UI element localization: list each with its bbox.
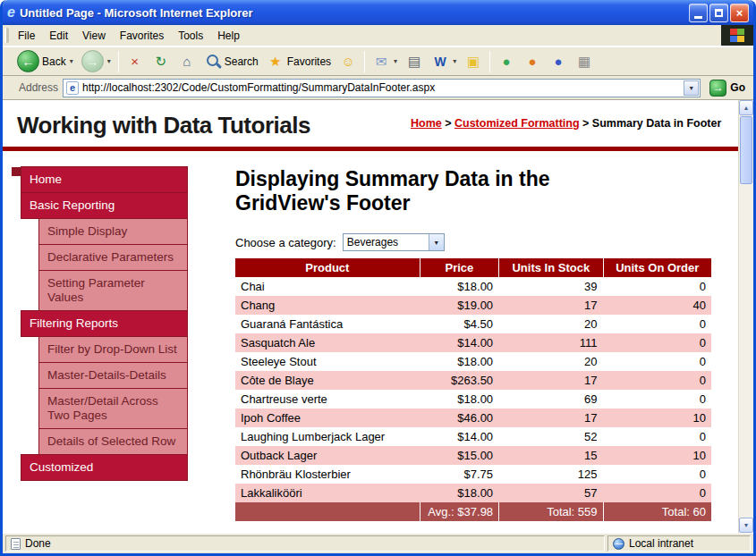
- sidebar-item-master-details-details[interactable]: Master-Details-Details: [38, 362, 188, 389]
- browser-content: Working with Data Tutorials Home > Custo…: [3, 100, 753, 533]
- sidebar-item-customized[interactable]: Customized: [21, 454, 188, 481]
- menu-view[interactable]: View: [75, 26, 113, 46]
- cell-value: 0: [603, 427, 711, 446]
- quick-launch-button[interactable]: ▦: [572, 50, 597, 73]
- sidebar-item-filter-by-drop-down-list[interactable]: Filter by Drop-Down List: [38, 336, 188, 363]
- cell-product: Sasquatch Ale: [235, 333, 420, 352]
- vertical-scrollbar[interactable]: ▲ ▼: [738, 100, 753, 533]
- forward-icon: →: [81, 50, 104, 72]
- cell-value: 15: [498, 446, 602, 465]
- cell-value: 52: [498, 427, 602, 446]
- address-input[interactable]: e http://localhost:2302/Code/CustomForma…: [63, 79, 701, 97]
- table-row: Chartreuse verte$18.00690: [235, 390, 711, 409]
- cell-product: Chang: [235, 296, 420, 315]
- mail-button[interactable]: ✉▾: [369, 50, 401, 73]
- cell-value: 0: [603, 371, 711, 390]
- scroll-up-button[interactable]: ▲: [739, 100, 753, 115]
- discuss-button[interactable]: ▣: [461, 50, 486, 73]
- cell-value: $18.00: [420, 484, 498, 502]
- menu-help[interactable]: Help: [210, 26, 247, 46]
- table-row: Côte de Blaye$263.50170: [235, 371, 711, 390]
- category-select[interactable]: Beverages ▼: [343, 233, 445, 251]
- minimize-button[interactable]: [689, 4, 708, 22]
- sidebar-item-home[interactable]: Home: [21, 166, 188, 193]
- cell-value: 0: [603, 465, 711, 484]
- scrollbar-track[interactable]: [739, 185, 753, 518]
- status-bar: Done Local intranet: [3, 533, 753, 553]
- sidebar-item-simple-display[interactable]: Simple Display: [38, 218, 188, 245]
- research-icon: ●: [523, 52, 541, 72]
- sidebar-item-details-of-selected-row[interactable]: Details of Selected Row: [38, 428, 188, 455]
- select-dropdown-icon: ▼: [429, 234, 444, 250]
- windows-logo-icon: [721, 25, 753, 46]
- table-row: Laughing Lumberjack Lager$14.00520: [235, 427, 711, 446]
- stop-button[interactable]: ×: [123, 50, 148, 73]
- sidebar-item-filtering-reports[interactable]: Filtering Reports: [21, 310, 188, 337]
- breadcrumb-home[interactable]: Home: [411, 117, 442, 130]
- go-arrow-icon: →: [709, 80, 726, 97]
- table-row: Sasquatch Ale$14.001110: [235, 333, 711, 352]
- close-button[interactable]: ×: [730, 4, 749, 22]
- breadcrumb-separator: >: [442, 117, 454, 130]
- scrollbar-thumb[interactable]: [740, 116, 752, 184]
- visual-studio-button[interactable]: ●: [546, 50, 571, 73]
- back-button[interactable]: ←Back▾: [13, 48, 77, 74]
- sidebar-item-master-detail-across-two-pages[interactable]: Master/Detail Across Two Pages: [38, 388, 188, 429]
- refresh-button[interactable]: ↻: [149, 50, 174, 73]
- menu-file[interactable]: File: [11, 26, 42, 46]
- address-dropdown-button[interactable]: ▼: [684, 80, 699, 96]
- cell-product: Chartreuse verte: [235, 390, 420, 409]
- toolbar: ←Back▾→▾×↻⌂Search★Favorites☺✉▾▤W▾▣●●●▦: [3, 46, 753, 76]
- sidebar-item-declarative-parameters[interactable]: Declarative Parameters: [38, 244, 188, 271]
- main-content: Displaying Summary Data in the GridView'…: [188, 167, 738, 521]
- favorites-button[interactable]: ★Favorites: [263, 50, 335, 73]
- site-title: Working with Data Tutorials: [17, 112, 310, 139]
- cell-value: 0: [603, 390, 711, 409]
- grid-header-price: Price: [420, 258, 498, 277]
- breadcrumb-separator: >: [580, 117, 592, 130]
- table-row: Chai$18.00390: [235, 277, 711, 296]
- research-button[interactable]: ●: [520, 50, 545, 73]
- edit-with-word-button[interactable]: W▾: [428, 50, 460, 73]
- edit-with-word-icon: W: [431, 52, 449, 72]
- refresh-icon: ↻: [152, 52, 170, 72]
- menu-tools[interactable]: Tools: [171, 26, 210, 46]
- sidebar-item-basic-reporting[interactable]: Basic Reporting: [21, 192, 188, 219]
- cell-product: Chai: [235, 277, 420, 296]
- cell-value: 111: [498, 333, 602, 352]
- menu-bar: FileEditViewFavoritesToolsHelp: [3, 25, 753, 46]
- cell-value: 40: [603, 296, 711, 315]
- search-icon: [204, 52, 222, 72]
- visual-studio-icon: ●: [549, 52, 567, 72]
- cell-value: $14.00: [420, 427, 498, 446]
- cell-value: 17: [498, 409, 602, 427]
- menu-edit[interactable]: Edit: [42, 26, 75, 46]
- search-button[interactable]: Search: [200, 50, 262, 73]
- sidebar-item-setting-parameter-values[interactable]: Setting Parameter Values: [38, 270, 188, 311]
- sidebar-notch: [12, 167, 21, 176]
- media-button[interactable]: ☺: [336, 50, 361, 73]
- table-row: Outback Lager$15.001510: [235, 446, 711, 465]
- messenger-button[interactable]: ●: [494, 50, 519, 73]
- favorites-icon: ★: [267, 52, 285, 72]
- print-button[interactable]: ▤: [402, 50, 427, 73]
- back-button-label: Back: [42, 55, 66, 68]
- breadcrumb-summary-data-in-footer: Summary Data in Footer: [592, 117, 721, 130]
- maximize-icon: [715, 9, 723, 17]
- toolbar-separator: [118, 51, 119, 72]
- cell-value: 0: [603, 333, 711, 352]
- go-button[interactable]: → Go: [705, 80, 750, 97]
- maximize-button[interactable]: [709, 4, 728, 22]
- home-button[interactable]: ⌂: [174, 50, 200, 73]
- chevron-down-icon: ▾: [394, 57, 397, 65]
- scroll-down-button[interactable]: ▼: [739, 518, 753, 533]
- chevron-down-icon: ▾: [70, 57, 73, 65]
- menu-grip: [4, 28, 9, 43]
- products-grid: ProductPriceUnits In StockUnits On Order…: [235, 258, 711, 521]
- go-label: Go: [730, 81, 745, 94]
- breadcrumb-customized-formatting[interactable]: Customized Formatting: [454, 117, 580, 130]
- menu-favorites[interactable]: Favorites: [113, 26, 171, 46]
- media-icon: ☺: [339, 52, 357, 72]
- grid-footer-cell: Total: 559: [498, 502, 602, 521]
- table-row: Ipoh Coffee$46.001710: [235, 409, 711, 427]
